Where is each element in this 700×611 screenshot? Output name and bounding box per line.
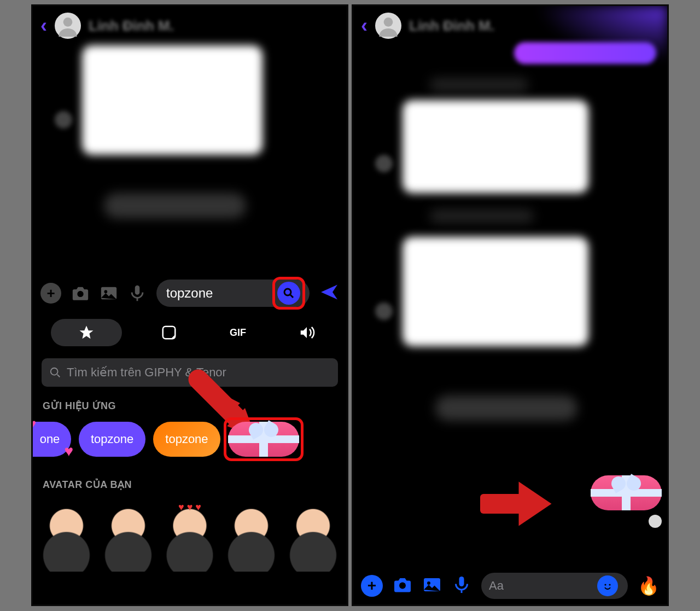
svg-point-0: [63, 18, 73, 27]
gallery-icon[interactable]: [100, 284, 118, 302]
right-screenshot: ‹ Linh Đinh M.: [352, 4, 669, 606]
svg-point-8: [384, 18, 393, 27]
svg-point-12: [427, 581, 430, 585]
sender-avatar: [375, 302, 393, 320]
effect-label: topzone: [91, 432, 133, 446]
effects-row: one topzone topzone: [33, 422, 347, 461]
avatar[interactable]: [375, 13, 401, 39]
tab-sound[interactable]: [285, 319, 329, 346]
tab-favorites[interactable]: [51, 319, 122, 346]
tab-stickers[interactable]: [147, 319, 191, 346]
camera-icon[interactable]: [71, 284, 90, 302]
svg-point-3: [104, 290, 108, 293]
sent-gift-message[interactable]: [591, 475, 662, 510]
chat-header: ‹ Linh Đinh M.: [33, 6, 347, 45]
add-button[interactable]: +: [361, 575, 383, 597]
gif-label: GIF: [230, 327, 246, 339]
composer-row: + topzone: [33, 275, 347, 311]
chat-name[interactable]: Linh Đinh M.: [409, 18, 494, 34]
search-icon: [49, 366, 61, 379]
magnifier-icon: [282, 287, 295, 300]
chat-name[interactable]: Linh Đinh M.: [89, 18, 174, 34]
message-image: [402, 237, 588, 346]
tab-gif[interactable]: GIF: [216, 319, 260, 346]
effect-label: one: [40, 432, 60, 446]
message-image: [82, 45, 262, 155]
avatar-sticker[interactable]: [223, 506, 279, 572]
effect-label: topzone: [165, 432, 208, 446]
svg-rect-4: [135, 286, 140, 295]
sender-avatar: [375, 155, 393, 172]
media-tabs: GIF: [33, 311, 347, 351]
emoji-button[interactable]: [597, 575, 618, 596]
effect-purple[interactable]: topzone: [79, 422, 145, 457]
back-chevron-icon[interactable]: ‹: [361, 14, 368, 37]
avatar-stickers-row: [33, 506, 347, 572]
avatar-sticker[interactable]: [162, 506, 218, 572]
svg-point-14: [602, 580, 614, 592]
quick-reaction-button[interactable]: 🔥: [638, 575, 660, 596]
message-input-value[interactable]: topzone: [166, 286, 213, 301]
add-button[interactable]: +: [40, 283, 61, 304]
svg-point-15: [604, 584, 606, 585]
avatar[interactable]: [55, 13, 81, 39]
back-chevron-icon[interactable]: ‹: [40, 14, 47, 37]
svg-point-1: [77, 291, 83, 297]
left-screenshot: ‹ Linh Đinh M. + topzone: [31, 4, 348, 606]
mic-icon[interactable]: [452, 575, 471, 597]
effects-search-button[interactable]: [277, 282, 300, 305]
mic-icon[interactable]: [128, 284, 147, 302]
avatar-sticker[interactable]: [285, 506, 341, 572]
conversation-area: [353, 45, 667, 567]
camera-icon[interactable]: [393, 575, 412, 597]
timestamp: [430, 78, 528, 91]
gallery-icon[interactable]: [422, 575, 442, 597]
composer-row: + Aa 🔥: [353, 567, 667, 604]
effect-gift[interactable]: [228, 422, 299, 457]
conversation-area: [33, 45, 347, 275]
svg-rect-9: [480, 494, 523, 514]
svg-point-5: [284, 289, 291, 295]
svg-rect-13: [459, 577, 464, 586]
avatar-sticker[interactable]: [38, 506, 95, 572]
effect-hearts[interactable]: one: [33, 422, 71, 457]
sender-avatar: [55, 111, 72, 129]
annotation-arrow-icon: [474, 461, 556, 545]
message-input[interactable]: Aa: [481, 573, 628, 599]
smile-icon: [601, 579, 614, 592]
svg-point-16: [609, 584, 610, 585]
sent-message: [514, 42, 656, 64]
message-input-pill: topzone: [156, 280, 310, 307]
svg-point-7: [51, 368, 58, 375]
avatar-sticker[interactable]: [100, 506, 156, 572]
timestamp: [430, 210, 534, 223]
svg-point-10: [399, 583, 406, 589]
message-text: [435, 395, 578, 421]
seen-avatar: [649, 515, 662, 528]
message-text: [104, 193, 246, 218]
send-button[interactable]: [319, 282, 339, 304]
avatar-section-label: AVATAR CỦA BẠN: [33, 475, 347, 501]
message-card: [402, 100, 588, 193]
message-placeholder: Aa: [489, 579, 504, 593]
effect-fire[interactable]: topzone: [153, 422, 220, 457]
